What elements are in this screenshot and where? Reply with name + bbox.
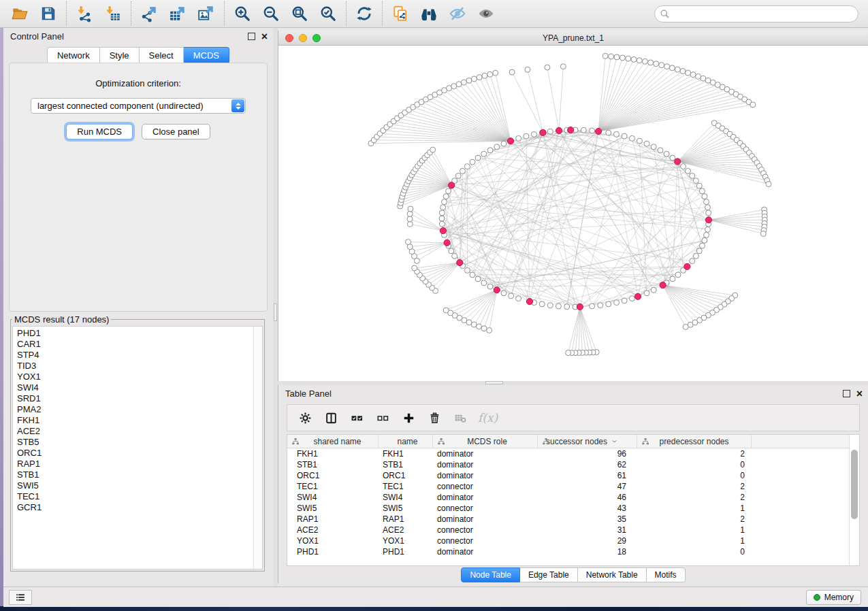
cell-name[interactable]: ACE2 (379, 525, 433, 535)
cell-name[interactable]: TEC1 (379, 482, 433, 491)
close-panel-button[interactable]: Close panel (142, 124, 210, 139)
refresh-button[interactable] (346, 1, 379, 26)
cell-mcds-role[interactable]: connector (433, 482, 538, 491)
delete-column-button[interactable] (423, 407, 445, 429)
cell-mcds-role[interactable]: connector (433, 503, 538, 513)
mcds-result-item[interactable]: FKH1 (17, 415, 262, 426)
show-columns-button[interactable] (320, 407, 342, 429)
import-table-button[interactable] (99, 1, 127, 26)
cell-mcds-role[interactable]: connector (433, 536, 538, 546)
cell-shared-name[interactable]: YOX1 (287, 536, 379, 546)
cell-shared-name[interactable]: TEC1 (287, 482, 379, 491)
mcds-result-list[interactable]: PHD1CAR1STP4TID3YOX1SWI4SRD1PMA2FKH1ACE2… (12, 326, 263, 569)
tab-network[interactable]: Network (47, 47, 100, 64)
network-canvas[interactable] (278, 46, 868, 380)
horizontal-splitter-handle[interactable] (485, 381, 503, 384)
cell-predecessor-nodes[interactable]: 2 (637, 482, 752, 491)
network-title-bar[interactable]: YPA_prune.txt_1 (278, 31, 868, 46)
table-row[interactable]: RAP1 RAP1 dominator 35 2 (287, 514, 849, 525)
cell-successor-nodes[interactable]: 62 (538, 460, 637, 469)
cell-shared-name[interactable]: SWI5 (287, 503, 379, 513)
mcds-result-item[interactable]: TEC1 (17, 491, 262, 502)
show-all-button[interactable] (472, 1, 500, 26)
column-header-shared-name[interactable]: shared name (287, 435, 379, 448)
export-network-button[interactable] (131, 1, 163, 26)
column-header-mcds-role[interactable]: MCDS role (433, 435, 538, 448)
cell-shared-name[interactable]: RAP1 (287, 514, 379, 524)
cell-shared-name[interactable]: FKH1 (287, 449, 379, 459)
cell-name[interactable]: RAP1 (379, 514, 433, 524)
table-row[interactable]: SWI4 SWI4 dominator 46 2 (287, 492, 849, 503)
cell-predecessor-nodes[interactable]: 0 (637, 460, 752, 469)
memory-button[interactable]: Memory (806, 590, 861, 605)
cell-predecessor-nodes[interactable]: 2 (637, 493, 752, 502)
cell-predecessor-nodes[interactable]: 0 (637, 547, 752, 557)
table-row[interactable]: STB1 STB1 dominator 62 0 (287, 459, 849, 470)
import-network-button[interactable] (66, 1, 99, 26)
close-panel-icon[interactable]: × (261, 33, 268, 40)
export-image-button[interactable] (192, 1, 221, 26)
vertical-splitter[interactable] (273, 28, 278, 587)
mcds-result-item[interactable]: STB5 (17, 437, 262, 448)
mcds-result-item[interactable]: SWI5 (17, 480, 262, 491)
vertical-splitter-handle[interactable] (274, 303, 277, 321)
column-header-predecessor-nodes[interactable]: predecessor nodes (637, 435, 752, 448)
mcds-result-item[interactable]: SWI4 (17, 382, 262, 393)
zoom-selected-button[interactable] (314, 1, 342, 26)
table-row[interactable]: FKH1 FKH1 dominator 96 2 (287, 448, 849, 459)
cell-predecessor-nodes[interactable]: 2 (637, 449, 752, 459)
cell-shared-name[interactable]: PHD1 (287, 547, 379, 557)
mcds-result-item[interactable]: CAR1 (17, 339, 262, 350)
cell-shared-name[interactable]: SWI4 (287, 493, 379, 502)
select-all-button[interactable] (346, 407, 368, 429)
mcds-result-item[interactable]: ORC1 (17, 448, 262, 459)
cell-name[interactable]: ORC1 (379, 471, 433, 480)
cell-name[interactable]: PHD1 (379, 547, 433, 557)
zoom-out-button[interactable] (257, 1, 285, 26)
cell-mcds-role[interactable]: dominator (433, 449, 538, 459)
zoom-fit-button[interactable] (285, 1, 314, 26)
save-session-button[interactable] (34, 1, 63, 26)
mcds-result-item[interactable]: GCR1 (17, 502, 262, 513)
cell-name[interactable]: SWI5 (379, 503, 433, 513)
cell-successor-nodes[interactable]: 18 (538, 547, 637, 557)
table-scrollbar-thumb[interactable] (851, 450, 858, 519)
maximize-window-icon[interactable] (312, 34, 321, 42)
cell-predecessor-nodes[interactable]: 1 (637, 503, 752, 513)
column-header-name[interactable]: name (379, 435, 433, 448)
table-row[interactable]: SWI5 SWI5 connector 43 1 (287, 503, 849, 514)
cell-mcds-role[interactable]: dominator (433, 514, 538, 524)
cell-name[interactable]: STB1 (379, 460, 433, 469)
cell-shared-name[interactable]: ACE2 (287, 525, 379, 535)
mcds-result-item[interactable]: STP4 (17, 350, 262, 361)
add-column-button[interactable] (398, 407, 419, 429)
mcds-result-item[interactable]: ACE2 (17, 426, 262, 437)
float-panel-button[interactable] (248, 33, 255, 40)
tab-select[interactable]: Select (140, 47, 184, 64)
mcds-list-scrollbar[interactable] (253, 327, 262, 569)
cell-shared-name[interactable]: ORC1 (287, 471, 379, 480)
minimize-window-icon[interactable] (299, 34, 307, 42)
mcds-result-item[interactable]: SRD1 (17, 393, 262, 404)
cell-name[interactable]: SWI4 (379, 493, 433, 502)
export-table-button[interactable] (163, 1, 192, 26)
cell-predecessor-nodes[interactable]: 1 (637, 536, 752, 546)
task-history-button[interactable] (9, 590, 32, 605)
search-input[interactable] (654, 5, 858, 22)
close-window-icon[interactable] (285, 34, 293, 42)
tab-network-table[interactable]: Network Table (578, 567, 647, 582)
cell-mcds-role[interactable]: dominator (433, 547, 538, 557)
cell-mcds-role[interactable]: dominator (433, 471, 538, 480)
table-row[interactable]: PHD1 PHD1 dominator 18 0 (287, 546, 849, 557)
open-file-button[interactable] (5, 1, 34, 26)
cell-successor-nodes[interactable]: 43 (538, 503, 637, 513)
tab-motifs[interactable]: Motifs (647, 567, 686, 582)
cell-successor-nodes[interactable]: 46 (538, 493, 637, 502)
table-row[interactable]: ORC1 ORC1 dominator 61 0 (287, 470, 849, 481)
copy-network-button[interactable] (382, 1, 415, 26)
cell-name[interactable]: YOX1 (379, 536, 433, 546)
cell-mcds-role[interactable]: dominator (433, 460, 538, 469)
mcds-result-item[interactable]: YOX1 (17, 371, 262, 382)
cell-mcds-role[interactable]: connector (433, 525, 538, 535)
cell-successor-nodes[interactable]: 96 (538, 449, 637, 459)
